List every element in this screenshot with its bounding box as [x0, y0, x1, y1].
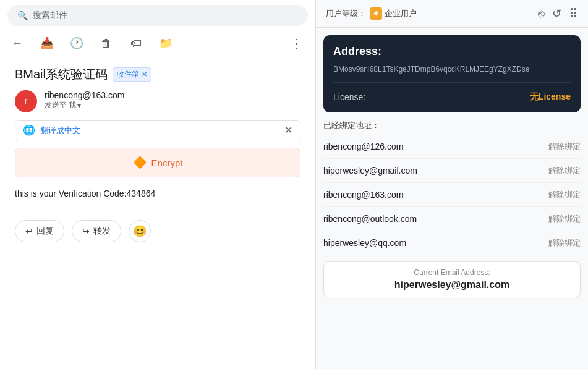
- sender-to[interactable]: 发送至 我 ▾: [45, 100, 124, 111]
- email-body: this is your Verification Code:434864: [15, 187, 300, 200]
- grid-icon[interactable]: ⠿: [569, 6, 578, 21]
- back-icon: ←: [12, 37, 23, 50]
- avatar: r: [15, 90, 37, 112]
- email-subject: BMail系统验证码: [15, 66, 108, 83]
- email-panel: 🔍 搜索邮件 ← 📥 🕐 🗑 🏷 📁 ⋮ BMail系统验证码 收件箱: [0, 0, 315, 369]
- inbox-label: 收件箱: [117, 69, 139, 80]
- header-actions: ⎋ ↺ ⠿: [538, 6, 578, 21]
- unbind-button[interactable]: 解除绑定: [548, 165, 581, 176]
- folder-button[interactable]: 📁: [156, 33, 176, 53]
- email-toolbar: ← 📥 🕐 🗑 🏷 📁 ⋮: [0, 31, 315, 56]
- bound-section: 已经绑定地址： ribencong@126.com 解除绑定 hiperwesl…: [316, 120, 588, 255]
- folder-icon: 📁: [159, 36, 173, 50]
- translate-icon: 🌐: [23, 124, 35, 136]
- address-title: Address:: [333, 45, 571, 58]
- reply-button[interactable]: ↩ 回复: [15, 220, 64, 242]
- label-button[interactable]: 🏷: [126, 33, 146, 53]
- bound-email: ribencong@outlook.com: [323, 214, 417, 224]
- reply-label: 回复: [36, 226, 54, 237]
- bound-item: hiperwesley@qq.com 解除绑定: [323, 231, 581, 255]
- badge-close-button[interactable]: ✕: [142, 70, 147, 78]
- sender-info: ribencong@163.com 发送至 我 ▾: [45, 90, 124, 111]
- search-bar[interactable]: 🔍 搜索邮件: [7, 5, 308, 26]
- reply-icon: ↩: [25, 226, 33, 236]
- current-email-value: hiperwesley@gmail.com: [334, 279, 570, 291]
- bound-email: ribencong@163.com: [323, 190, 403, 200]
- archive-icon: 📥: [40, 36, 54, 50]
- address-card: Address: BMosv9sni68L1TsKgeJTDmpB6vqccKR…: [323, 35, 581, 112]
- forward-icon: ↪: [82, 226, 90, 236]
- bound-email: ribencong@126.com: [323, 142, 403, 151]
- logout-icon[interactable]: ⎋: [538, 7, 545, 20]
- license-label: License:: [333, 92, 365, 102]
- enterprise-badge: ✦ 企业用户: [370, 7, 417, 20]
- inbox-badge: 收件箱 ✕: [113, 67, 151, 82]
- sender-row: r ribencong@163.com 发送至 我 ▾: [15, 90, 300, 112]
- archive-button[interactable]: 📥: [37, 33, 57, 53]
- license-value: 无License: [530, 91, 571, 103]
- clock-icon: 🕐: [70, 36, 83, 50]
- unbind-button[interactable]: 解除绑定: [548, 141, 581, 152]
- bound-item: ribencong@163.com 解除绑定: [323, 183, 581, 207]
- bound-item: ribencong@126.com 解除绑定: [323, 135, 581, 159]
- unbind-button[interactable]: 解除绑定: [548, 213, 581, 224]
- right-header: 用户等级： ✦ 企业用户 ⎋ ↺ ⠿: [316, 0, 588, 28]
- encrypt-label: Encrypt: [151, 158, 183, 168]
- current-email-label: Current Email Address:: [334, 268, 570, 277]
- address-value: BMosv9sni68L1TsKgeJTDmpB6vqccKRLMJEEgYZg…: [333, 64, 571, 83]
- bound-email: hiperwesley@qq.com: [323, 238, 406, 248]
- bound-item: ribencong@outlook.com 解除绑定: [323, 207, 581, 231]
- unbind-button[interactable]: 解除绑定: [548, 237, 581, 248]
- bound-item: hiperwesley@gmail.com 解除绑定: [323, 159, 581, 183]
- translate-bar: 🌐 翻译成中文 ✕: [15, 120, 300, 140]
- enterprise-label: 企业用户: [385, 8, 417, 19]
- trash-icon: 🗑: [101, 37, 112, 50]
- unbind-button[interactable]: 解除绑定: [548, 189, 581, 200]
- encrypt-button[interactable]: 🔶 Encrypt: [15, 148, 300, 177]
- current-email-card: Current Email Address: hiperwesley@gmail…: [323, 261, 581, 297]
- forward-label: 转发: [93, 226, 111, 237]
- user-level: 用户等级： ✦ 企业用户: [326, 7, 417, 20]
- bound-list: ribencong@126.com 解除绑定 hiperwesley@gmail…: [323, 135, 581, 255]
- search-input[interactable]: 搜索邮件: [33, 10, 67, 21]
- license-row: License: 无License: [333, 91, 571, 103]
- enterprise-icon: ✦: [370, 7, 382, 20]
- emoji-button[interactable]: 😊: [129, 220, 151, 242]
- sender-email: ribencong@163.com: [45, 90, 124, 100]
- user-level-label: 用户等级：: [326, 8, 366, 19]
- forward-button[interactable]: ↪ 转发: [72, 220, 121, 242]
- bound-email: hiperwesley@gmail.com: [323, 166, 417, 176]
- more-button[interactable]: ⋮: [286, 33, 308, 53]
- clock-button[interactable]: 🕐: [67, 33, 87, 53]
- emoji-icon: 😊: [133, 224, 147, 238]
- subject-row: BMail系统验证码 收件箱 ✕: [15, 66, 300, 83]
- user-panel: 用户等级： ✦ 企业用户 ⎋ ↺ ⠿ Address: BMosv9sni68L…: [315, 0, 588, 369]
- translate-close-button[interactable]: ✕: [284, 124, 292, 136]
- search-icon: 🔍: [17, 11, 28, 20]
- trash-button[interactable]: 🗑: [96, 33, 116, 53]
- translate-button[interactable]: 翻译成中文: [40, 125, 80, 136]
- email-content: BMail系统验证码 收件箱 ✕ r ribencong@163.com 发送至…: [0, 56, 315, 369]
- refresh-icon[interactable]: ↺: [552, 7, 561, 20]
- action-buttons: ↩ 回复 ↪ 转发 😊: [15, 215, 300, 247]
- bound-title: 已经绑定地址：: [323, 120, 581, 131]
- label-icon: 🏷: [130, 37, 142, 50]
- back-button[interactable]: ←: [7, 33, 27, 53]
- encrypt-logo-icon: 🔶: [133, 156, 147, 169]
- chevron-down-icon: ▾: [77, 101, 81, 110]
